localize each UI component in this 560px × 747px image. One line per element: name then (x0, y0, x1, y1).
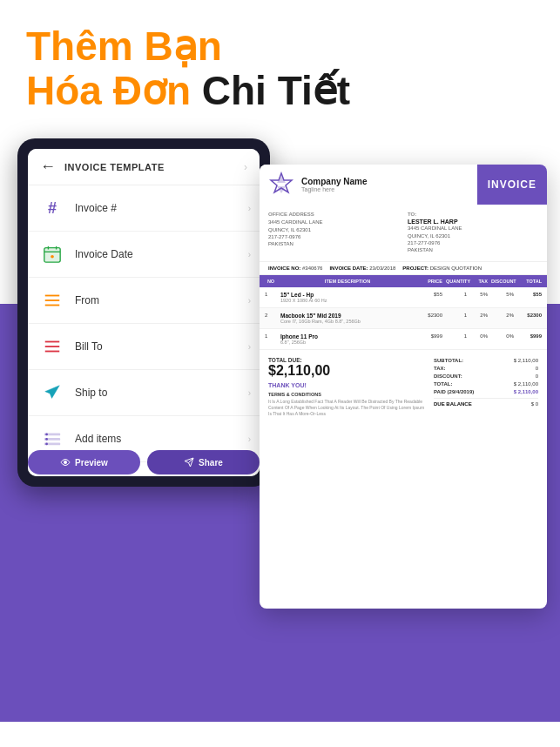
svg-point-16 (45, 438, 48, 441)
menu-label-invoice-date: Invoice Date (75, 248, 133, 260)
menu-item-invoice-date[interactable]: Invoice Date › (28, 232, 260, 278)
row3-tax: 0% (470, 333, 488, 339)
invoice-badge-area: INVOICE (477, 165, 547, 205)
subtotal-label: SUBTOTAL: (434, 358, 463, 363)
tablet-screen: ← INVOICE TEMPLATE › # Invoice # › (28, 149, 260, 476)
main-content: ← INVOICE TEMPLATE › # Invoice # › (0, 130, 560, 722)
row3-discount: 0% (491, 333, 514, 339)
calendar-icon (40, 242, 64, 266)
paid-label: PAID (29/4/2019) (434, 389, 474, 394)
client-country: PAKISTAN (408, 246, 538, 253)
header-section: Thêm Bạn Hóa Đơn Chi Tiết (0, 0, 560, 130)
terms-conditions-title: TERMS & CONDITIONS (268, 392, 425, 397)
chevron-icon: › (248, 204, 251, 213)
total-value: $ 2,110,00 (514, 381, 538, 387)
row1-tax: 5% (470, 292, 488, 297)
row1-no: 1 (265, 292, 277, 297)
header-orange-1: Thêm Bạn (26, 24, 222, 69)
company-name: Company Name (301, 177, 368, 186)
row3-total: $999 (517, 333, 542, 339)
client-city: QUINCY, IL 62301 (408, 232, 538, 239)
menu-item-from[interactable]: From › (28, 278, 260, 324)
row3-price: $999 (418, 333, 442, 339)
chevron-right-icon: › (244, 161, 247, 173)
company-tagline: Tagline here (301, 186, 368, 192)
invoice-row-2: 2 Macbook 15" Mid 2019 Core I7, 16Gb Ram… (260, 308, 547, 329)
client-phone: 217-277-0976 (408, 239, 538, 246)
invoice-badge: INVOICE (488, 178, 536, 191)
summary-discount: DISCOUNT: 0 (434, 373, 538, 380)
tablet-title: INVOICE TEMPLATE (64, 162, 165, 172)
svg-marker-22 (277, 176, 286, 183)
row1-discount: 5% (491, 292, 514, 297)
invoice-totals-left: TOTAL DUE: $2,110,00 THANK YOU! TERMS & … (268, 357, 425, 417)
th-price: PRICE (418, 279, 442, 284)
menu-item-ship-to[interactable]: Ship to › (28, 370, 260, 416)
chevron-icon-5: › (248, 388, 251, 398)
row3-item-name: Iphone 11 Pro (280, 333, 415, 340)
invoice-summary: SUBTOTAL: $ 2,110,00 TAX: 0 DISCOUNT: 0 … (434, 357, 538, 417)
back-arrow-icon[interactable]: ← (40, 158, 56, 176)
invoice-table-header: NO ITEM DESCRIPTION PRICE QUANTITY TAX D… (260, 275, 547, 287)
header-title-line2: Hóa Đơn Chi Tiết (26, 69, 534, 113)
discount-label: DISCOUNT: (434, 374, 462, 379)
invoice-footer: TOTAL DUE: $2,110,00 THANK YOU! TERMS & … (260, 350, 547, 424)
invoice-date-meta: INVOICE DATE: 23/03/2018 (329, 266, 395, 271)
row1-total: $55 (517, 292, 542, 297)
company-logo-icon (268, 172, 294, 198)
preview-button[interactable]: Preview (28, 450, 140, 474)
menu-item-invoice-num[interactable]: # Invoice # › (28, 185, 260, 232)
discount-value: 0 (536, 374, 538, 379)
menu-label-invoice-num: Invoice # (75, 202, 117, 214)
row2-tax: 2% (470, 313, 488, 318)
tablet-header: ← INVOICE TEMPLATE › (28, 149, 260, 185)
row1-desc: 15" Led - Hp 1920 X 1080 At 60 Hz (280, 292, 415, 303)
total-due-amount: $2,110,00 (268, 363, 425, 379)
due-balance-label: DUE BALANCE (434, 401, 472, 407)
row2-desc: Macbook 15" Mid 2019 Core I7, 16Gb Ram, … (280, 313, 415, 324)
plane-icon (40, 380, 64, 405)
menu-item-bill-to[interactable]: Bill To › (28, 324, 260, 370)
client-name: LESTER L. HARP (408, 219, 538, 225)
th-tax: TAX (470, 279, 488, 284)
total-due-label: TOTAL DUE: (268, 357, 425, 363)
row1-item-sub: 1920 X 1080 At 60 Hz (280, 298, 415, 303)
summary-paid: PAID (29/4/2019) $ 2,110,00 (434, 388, 538, 396)
project-meta: PROJECT: DESIGN QUOTATION (402, 266, 482, 271)
invoice-meta: INVOICE NO: #340676 INVOICE DATE: 23/03/… (260, 262, 547, 275)
menu-label-from: From (75, 294, 99, 306)
svg-point-20 (64, 461, 67, 464)
header-title-line1: Thêm Bạn (26, 24, 534, 69)
svg-point-17 (45, 443, 48, 446)
tablet-menu-list: # Invoice # › (28, 185, 260, 476)
menu-label-ship-to: Ship to (75, 387, 107, 399)
invoice-meta-row: INVOICE NO: #340676 INVOICE DATE: 23/03/… (268, 266, 538, 271)
svg-point-15 (45, 434, 48, 436)
summary-subtotal: SUBTOTAL: $ 2,110,00 (434, 357, 538, 365)
tablet-footer-buttons: Preview Share (28, 450, 260, 474)
terms-conditions-text: It Is A Long Established Fact That A Rea… (268, 399, 425, 417)
hash-icon: # (40, 196, 64, 220)
row3-qty: 1 (446, 333, 467, 339)
office-city: QUINCY, IL 62301 (268, 226, 399, 233)
tax-label: TAX: (434, 366, 446, 371)
to-label: To: (408, 212, 538, 217)
lines-orange-icon (40, 288, 64, 313)
paid-value: $ 2,110,00 (514, 389, 538, 394)
th-no: NO (265, 279, 277, 284)
menu-label-bill-to: Bill To (75, 340, 103, 353)
header-black-2: Chi Tiết (202, 68, 350, 113)
th-desc: ITEM DESCRIPTION (280, 279, 415, 284)
share-button[interactable]: Share (147, 450, 260, 474)
invoice-document: Company Name Tagline here INVOICE OFFICE… (260, 165, 547, 609)
office-address-label: OFFICE ADDRESS (268, 212, 399, 217)
list-check-icon (40, 427, 64, 451)
chevron-icon-2: › (248, 250, 251, 259)
summary-due-balance: DUE BALANCE $ 0 (434, 398, 538, 408)
svg-point-5 (51, 255, 54, 259)
row2-item-sub: Core I7, 16Gb Ram, 4Gb 8.8", 256Gb (280, 319, 415, 324)
client-street: 3445 CARDINAL LANE (408, 225, 538, 232)
office-phone: 217-277-0976 (268, 233, 399, 240)
row3-desc: Iphone 11 Pro 6.8", 256Gb (280, 333, 415, 345)
menu-label-add-items: Add items (75, 433, 121, 445)
